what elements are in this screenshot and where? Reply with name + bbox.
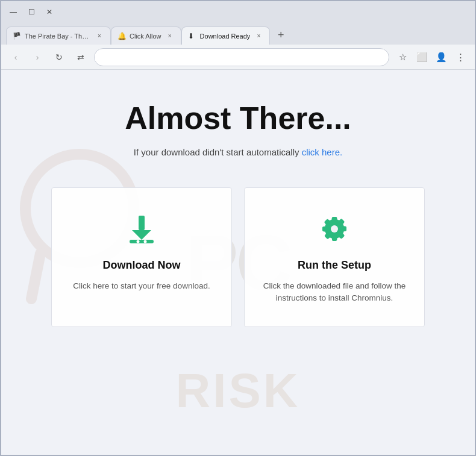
gear-icon — [315, 210, 354, 248]
tab-favicon-3: ⬇ — [188, 32, 196, 40]
tab-clickallow[interactable]: 🔔 Click Allow × — [111, 27, 181, 45]
tab-title-2: Click Allow — [130, 33, 161, 40]
tab-title-1: The Pirate Bay - The galaxy's m... — [25, 33, 91, 40]
bookmark-button[interactable]: ☆ — [394, 49, 411, 66]
download-now-card[interactable]: Download Now Click here to start your fr… — [51, 187, 232, 327]
download-now-title: Download Now — [103, 259, 181, 272]
tab-piratebay[interactable]: 🏴 The Pirate Bay - The galaxy's m... × — [6, 27, 111, 45]
title-bar: — ☐ ✕ — [1, 1, 475, 23]
tab-close-3[interactable]: × — [254, 31, 263, 41]
svg-point-6 — [144, 240, 147, 243]
menu-button[interactable]: ⋮ — [452, 49, 469, 66]
page-content: PC RISK Almost There... If your download… — [1, 70, 475, 455]
new-tab-button[interactable]: + — [272, 27, 289, 43]
download-now-desc: Click here to start your free download. — [73, 280, 210, 292]
svg-rect-2 — [139, 216, 145, 230]
subtitle-text: If your download didn't start automatica… — [134, 147, 302, 157]
address-input[interactable] — [94, 48, 389, 66]
forward-button[interactable]: › — [29, 49, 46, 66]
address-bar: ‹ › ↻ ⇄ ☆ ⬜ 👤 ⋮ — [1, 45, 475, 70]
tab-close-2[interactable]: × — [165, 31, 175, 41]
svg-line-1 — [31, 254, 40, 299]
back-button[interactable]: ‹ — [7, 49, 24, 66]
maximize-button[interactable]: ☐ — [24, 5, 39, 19]
window-controls: — ☐ ✕ — [6, 5, 57, 19]
tab-close-1[interactable]: × — [95, 31, 104, 41]
tab-favicon-2: 🔔 — [117, 32, 126, 40]
page-subtitle: If your download didn't start automatica… — [134, 147, 342, 157]
svg-rect-4 — [130, 240, 154, 243]
browser-frame: — ☐ ✕ 🏴 The Pirate Bay - The galaxy's m.… — [0, 0, 476, 456]
run-setup-desc: Click the downloaded file and follow the… — [263, 280, 406, 305]
cards-container: Download Now Click here to start your fr… — [51, 187, 425, 327]
reload-button[interactable]: ↻ — [51, 49, 67, 66]
tab-download-ready[interactable]: ⬇ Download Ready × — [181, 27, 271, 45]
toolbar-icons: ☆ ⬜ 👤 ⋮ — [394, 49, 469, 66]
risk-watermark: RISK — [175, 363, 300, 419]
minimize-button[interactable]: — — [6, 5, 20, 19]
close-button[interactable]: ✕ — [42, 5, 57, 19]
tab-title-3: Download Ready — [200, 33, 251, 40]
run-setup-title: Run the Setup — [298, 259, 371, 272]
run-setup-card[interactable]: Run the Setup Click the downloaded file … — [244, 187, 425, 327]
click-here-link[interactable]: click here. — [302, 147, 343, 157]
scan-button[interactable]: ⇄ — [72, 49, 89, 66]
extensions-button[interactable]: ⬜ — [413, 49, 430, 66]
svg-marker-3 — [132, 230, 151, 240]
svg-point-5 — [137, 240, 140, 243]
download-icon — [122, 210, 161, 248]
profile-button[interactable]: 👤 — [433, 49, 449, 66]
svg-point-7 — [331, 225, 338, 233]
tabs-bar: 🏴 The Pirate Bay - The galaxy's m... × 🔔… — [1, 23, 475, 45]
tab-favicon-1: 🏴 — [13, 32, 21, 40]
page-heading: Almost There... — [125, 100, 351, 136]
